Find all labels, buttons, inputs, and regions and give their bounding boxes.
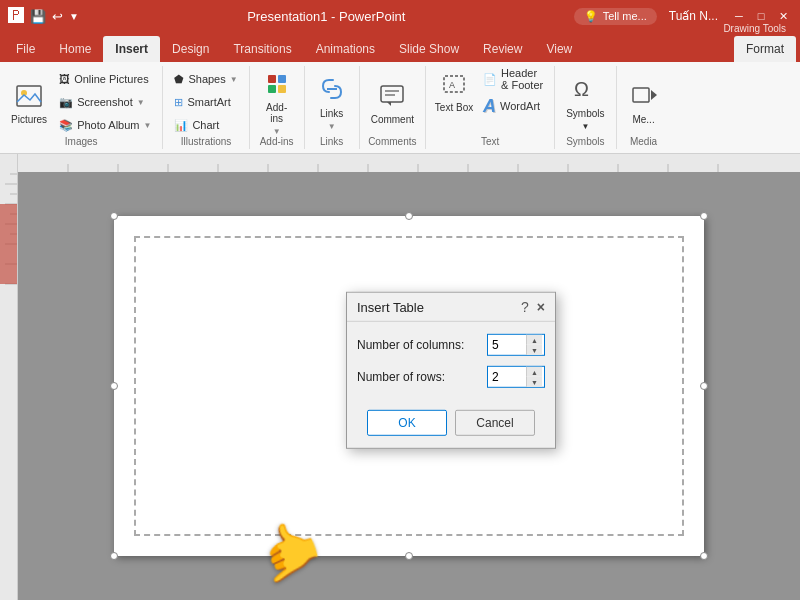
smartart-icon: ⊞ — [174, 96, 183, 109]
addins-button[interactable]: Add-ins ▼ — [256, 68, 298, 136]
ruler-top — [18, 154, 800, 172]
slide-handle-bl[interactable] — [110, 552, 118, 560]
slide-handle-tr[interactable] — [700, 212, 708, 220]
screenshot-button[interactable]: 📷 Screenshot ▼ — [54, 91, 156, 113]
ok-button[interactable]: OK — [367, 410, 447, 436]
quick-access-save[interactable]: 💾 — [30, 9, 46, 24]
slide-handle-bm[interactable] — [405, 552, 413, 560]
dialog-controls: ? × — [521, 299, 545, 315]
slide-handle-tl[interactable] — [110, 212, 118, 220]
photo-album-label: Photo Album — [77, 119, 139, 131]
svg-rect-4 — [268, 85, 276, 93]
slide-handle-ml[interactable] — [110, 382, 118, 390]
photo-album-button[interactable]: 📚 Photo Album ▼ — [54, 114, 156, 136]
tab-transitions[interactable]: Transitions — [221, 36, 303, 62]
wordart-button[interactable]: A WordArt — [478, 95, 548, 117]
links-button[interactable]: Links ▼ — [311, 68, 353, 136]
columns-row: Number of columns: ▲ ▼ — [357, 334, 545, 356]
user-name[interactable]: Tuấn N... — [669, 9, 718, 23]
comment-button[interactable]: Comment — [366, 68, 419, 136]
rows-spin-down[interactable]: ▼ — [526, 377, 542, 387]
rows-row: Number of rows: ▲ ▼ — [357, 366, 545, 388]
slide-canvas[interactable]: Insert Table ? × Number of columns: — [18, 172, 800, 600]
shapes-dropdown[interactable]: ▼ — [230, 75, 238, 84]
slide-area: Insert Table ? × Number of columns: — [0, 154, 800, 600]
quick-access-undo[interactable]: ↩ — [52, 9, 63, 24]
rows-spin-up[interactable]: ▲ — [526, 367, 542, 377]
images-items: Pictures 🖼 Online Pictures 📷 Screenshot … — [6, 68, 156, 164]
comment-label: Comment — [371, 114, 414, 125]
online-pictures-button[interactable]: 🖼 Online Pictures — [54, 68, 156, 90]
comments-group-label: Comments — [368, 136, 416, 147]
svg-text:Ω: Ω — [574, 78, 589, 100]
ribbon-group-images: Pictures 🖼 Online Pictures 📷 Screenshot … — [0, 66, 163, 149]
svg-rect-5 — [278, 85, 286, 93]
columns-spin-down[interactable]: ▼ — [526, 345, 542, 355]
textbox-button[interactable]: A Text Box — [432, 68, 476, 136]
dialog-help-button[interactable]: ? — [521, 299, 529, 315]
header-footer-icon: 📄 — [483, 73, 497, 86]
svg-rect-2 — [268, 75, 276, 83]
comment-icon — [376, 79, 408, 111]
smartart-button[interactable]: ⊞ SmartArt — [169, 91, 242, 113]
tab-file[interactable]: File — [4, 36, 47, 62]
lightbulb-icon: 💡 — [584, 10, 598, 23]
rows-input[interactable] — [488, 368, 526, 386]
powerpoint-icon: 🅿 — [8, 7, 24, 25]
links-group-label: Links — [320, 136, 343, 147]
tab-slideshow[interactable]: Slide Show — [387, 36, 471, 62]
columns-input[interactable] — [488, 336, 526, 354]
dialog-close-button[interactable]: × — [537, 299, 545, 315]
slide-handle-tm[interactable] — [405, 212, 413, 220]
media-button[interactable]: Me... — [623, 68, 665, 136]
tab-view[interactable]: View — [534, 36, 584, 62]
addins-group-label: Add-ins — [260, 136, 294, 147]
quick-access-dropdown[interactable]: ▼ — [69, 11, 79, 22]
links-label: Links — [320, 108, 343, 119]
slide-container: Insert Table ? × Number of columns: — [18, 154, 800, 600]
symbols-button[interactable]: Ω Symbols ▼ — [561, 68, 609, 136]
shapes-button[interactable]: ⬟ Shapes ▼ — [169, 68, 242, 90]
slide-handle-br[interactable] — [700, 552, 708, 560]
media-label: Me... — [632, 114, 654, 125]
ribbon-group-links: Links ▼ Links — [305, 66, 360, 149]
title-bar-left-icons: 🅿 💾 ↩ ▼ — [8, 7, 79, 25]
svg-rect-7 — [381, 86, 403, 102]
rows-input-wrap: ▲ ▼ — [487, 366, 545, 388]
wordart-label: WordArt — [500, 100, 540, 112]
wordart-icon: A — [483, 96, 496, 117]
ribbon-group-text: A Text Box 📄 Header& Footer A WordArt Te… — [426, 66, 555, 149]
chart-button[interactable]: 📊 Chart — [169, 114, 242, 136]
symbols-group-label: Symbols — [566, 136, 604, 147]
screenshot-dropdown[interactable]: ▼ — [137, 98, 145, 107]
dialog-footer: OK Cancel — [347, 410, 555, 448]
tab-design[interactable]: Design — [160, 36, 221, 62]
insert-table-dialog: Insert Table ? × Number of columns: — [346, 292, 556, 449]
tab-review[interactable]: Review — [471, 36, 534, 62]
svg-rect-14 — [633, 88, 649, 102]
svg-marker-8 — [387, 102, 391, 106]
tab-home[interactable]: Home — [47, 36, 103, 62]
pictures-button[interactable]: Pictures — [6, 68, 52, 136]
ruler-highlight — [0, 204, 18, 284]
cancel-button[interactable]: Cancel — [455, 410, 535, 436]
columns-spin-up[interactable]: ▲ — [526, 335, 542, 345]
screenshot-label: Screenshot — [77, 96, 133, 108]
tell-me-box[interactable]: 💡 Tell me... — [574, 8, 657, 25]
chart-label: Chart — [192, 119, 219, 131]
tab-animations[interactable]: Animations — [304, 36, 387, 62]
window-title: Presentation1 - PowerPoint — [79, 9, 574, 24]
dialog-body: Number of columns: ▲ ▼ Number of rows: — [347, 322, 555, 410]
tab-format[interactable]: Format — [734, 36, 796, 62]
tab-insert[interactable]: Insert — [103, 36, 160, 62]
dialog-titlebar: Insert Table ? × — [347, 293, 555, 322]
smartart-label: SmartArt — [187, 96, 230, 108]
svg-marker-15 — [651, 90, 657, 100]
photo-album-dropdown[interactable]: ▼ — [144, 121, 152, 130]
addins-label: Add-ins — [266, 102, 287, 124]
screenshot-icon: 📷 — [59, 96, 73, 109]
drawing-tools-label: Drawing Tools — [713, 23, 796, 36]
header-footer-button[interactable]: 📄 Header& Footer — [478, 68, 548, 90]
slide-handle-mr[interactable] — [700, 382, 708, 390]
media-icon — [628, 79, 660, 111]
